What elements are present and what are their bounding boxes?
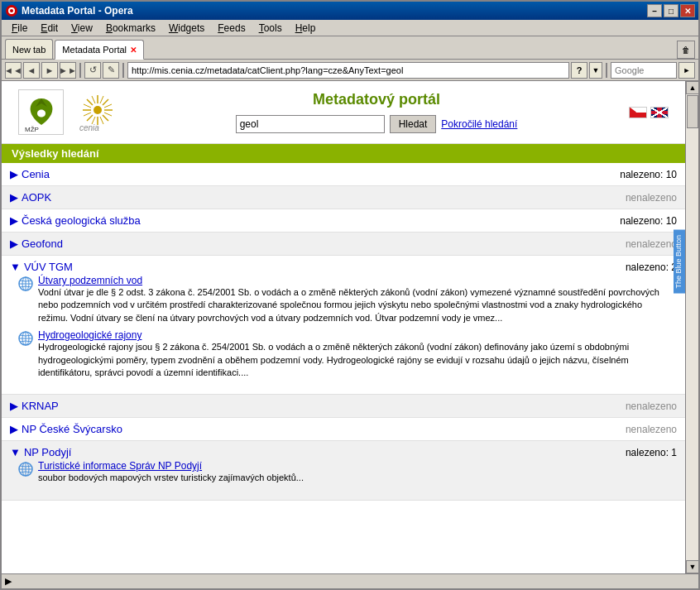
result-krnap-row: ▶ KRNAP nenalezeno — [10, 398, 677, 414]
result-cenia-name: Cenia — [22, 168, 50, 180]
nav-separator-2 — [122, 63, 124, 78]
result-cgs: ▶ Česká geologická služba nalezeno: 10 — [2, 209, 685, 233]
refresh-button[interactable]: ↺ — [84, 62, 101, 79]
scrollbar-thumb[interactable] — [687, 95, 698, 128]
result-npcs-link[interactable]: ▶ NP České Švýcarsko — [10, 423, 122, 435]
result-geofond: ▶ Geofond nenalezeno — [2, 233, 685, 256]
result-geofond-name: Geofond — [22, 237, 63, 250]
result-cgs-status: nalezeno: 10 — [620, 215, 677, 227]
forward-forward-button[interactable]: ►► — [60, 62, 76, 79]
address-bar[interactable] — [127, 62, 569, 79]
result-npp-status: nalezeno: 1 — [626, 447, 677, 458]
edit-button[interactable]: ✎ — [103, 62, 119, 79]
trash-button[interactable]: 🗑 — [677, 41, 695, 59]
result-krnap-name: KRNAP — [22, 400, 59, 412]
result-npp-sub-1-link[interactable]: Turistické informace Správ NP Podyjí — [38, 460, 202, 472]
result-cgs-name: Česká geologická služba — [22, 214, 141, 227]
maximize-button[interactable]: □ — [664, 4, 678, 17]
close-button[interactable]: ✕ — [680, 4, 695, 17]
result-krnap-link[interactable]: ▶ KRNAP — [10, 400, 59, 412]
result-geofond-row: ▶ Geofond nenalezeno — [10, 236, 677, 252]
tab-close-button[interactable]: ✕ — [130, 46, 137, 55]
help-button[interactable]: ? — [571, 62, 587, 79]
svg-text:MŽP: MŽP — [25, 126, 39, 133]
result-cenia-status: nalezeno: 10 — [620, 169, 677, 180]
result-krnap: ▶ KRNAP nenalezeno — [2, 395, 685, 418]
forward-button[interactable]: ► — [41, 62, 58, 79]
result-aopk-row: ▶ AOPK nenalezeno — [10, 189, 677, 205]
result-geofond-link[interactable]: ▶ Geofond — [10, 237, 63, 250]
result-vuv-sub-1-desc: Vodní útvar je dle § 2 odst. 3 zákona č.… — [38, 286, 669, 324]
result-krnap-arrow: ▶ — [10, 400, 18, 412]
result-npp-sub-1: Turistické informace Správ NP Podyjí sou… — [18, 460, 669, 484]
result-npp-expanded: Turistické informace Správ NP Podyjí sou… — [10, 460, 677, 496]
google-search-button[interactable]: ► — [678, 62, 695, 79]
browser-page: MŽP — [2, 81, 685, 573]
nav-dropdown-button[interactable]: ▼ — [589, 62, 602, 79]
menu-tools[interactable]: Tools — [252, 21, 289, 36]
results-header: Výsledky hledání — [2, 144, 685, 163]
result-vuv-sub-2-link[interactable]: Hydrogeologické rajony — [38, 329, 141, 341]
globe-icon-3 — [18, 462, 33, 479]
portal-search-input[interactable] — [236, 115, 385, 133]
result-cgs-link[interactable]: ▶ Česká geologická služba — [10, 214, 141, 227]
flag-czech[interactable] — [629, 107, 647, 118]
result-npcs-row: ▶ NP České Švýcarsko nenalezeno — [10, 421, 677, 437]
flag-uk[interactable] — [650, 107, 669, 118]
cenia-logo: cenia — [70, 89, 124, 135]
result-vuv-sub-1-link[interactable]: Útvary podzemních vod — [38, 275, 142, 286]
nav-separator-1 — [79, 63, 81, 78]
new-tab-label: New tab — [12, 45, 46, 55]
back-button[interactable]: ◄ — [23, 62, 40, 79]
result-cenia-link[interactable]: ▶ Cenia — [10, 168, 50, 180]
menu-file[interactable]: File — [5, 21, 34, 36]
blue-side-button[interactable]: The Blue Button — [674, 230, 685, 294]
svg-point-2 — [10, 9, 13, 12]
portal-search-button[interactable]: Hledat — [390, 115, 437, 133]
scroll-up-button[interactable]: ▲ — [686, 81, 698, 94]
status-bar: ▶ — [2, 573, 698, 588]
result-npcs-status: nenalezeno — [626, 424, 677, 435]
status-icon: ▶ — [5, 576, 12, 587]
back-back-button[interactable]: ◄◄ — [5, 62, 22, 79]
tab-bar: New tab Metadata Portal ✕ 🗑 — [2, 36, 698, 60]
menu-view[interactable]: View — [65, 21, 99, 36]
portal-advanced-search-link[interactable]: Pokročilé hledání — [441, 118, 517, 130]
result-vuv-sub-2: Hydrogeologické rajony Hydrogeologické r… — [18, 329, 669, 379]
result-npp-name: NP Podyjí — [24, 446, 72, 458]
portal-title-area: Metadatový portál Hledat Pokročilé hledá… — [236, 91, 518, 133]
result-cenia-arrow: ▶ — [10, 168, 18, 180]
title-bar: Metadata Portal - Opera – □ ✕ — [2, 2, 698, 20]
scrollbar-track[interactable] — [686, 94, 698, 560]
result-npcs-arrow: ▶ — [10, 423, 18, 435]
result-cgs-arrow: ▶ — [10, 214, 18, 227]
nav-bar: ◄◄ ◄ ► ►► ↺ ✎ ? ▼ ► — [2, 60, 698, 81]
window-title: Metadata Portal - Opera — [22, 5, 647, 17]
menu-feeds[interactable]: Feeds — [211, 21, 252, 36]
result-npp: ▼ NP Podyjí nalezeno: 1 — [2, 441, 685, 500]
result-cenia: ▶ Cenia nalezeno: 10 — [2, 163, 685, 186]
result-geofond-arrow: ▶ — [10, 237, 18, 250]
google-search-input[interactable] — [611, 62, 677, 79]
mzp-logo: MŽP — [18, 89, 64, 135]
result-npp-link[interactable]: ▼ NP Podyjí — [10, 446, 71, 458]
result-aopk-link[interactable]: ▶ AOPK — [10, 191, 51, 204]
tab-new[interactable]: New tab — [5, 39, 53, 59]
menu-bookmarks[interactable]: Bookmarks — [99, 21, 162, 36]
result-vuv-status: nalezeno: 2 — [626, 261, 677, 273]
tab-metadata-portal[interactable]: Metadata Portal ✕ — [55, 40, 144, 60]
menu-edit[interactable]: Edit — [34, 21, 65, 36]
portal-header: MŽP — [2, 81, 685, 144]
menu-widgets[interactable]: Widgets — [162, 21, 211, 36]
scroll-down-button[interactable]: ▼ — [686, 560, 698, 573]
result-vuv: ▼ VÚV TGM nalezeno: 2 — [2, 256, 685, 395]
result-aopk-status: nenalezeno — [626, 192, 677, 204]
blue-side-button-label: The Blue Button — [674, 235, 683, 289]
menu-help[interactable]: Help — [289, 21, 323, 36]
result-vuv-link[interactable]: ▼ VÚV TGM — [10, 261, 73, 273]
result-vuv-sub-1-content: Útvary podzemních vod Vodní útvar je dle… — [38, 275, 669, 324]
result-npcs-name: NP České Švýcarsko — [22, 423, 122, 435]
portal-logos: MŽP — [18, 89, 124, 135]
minimize-button[interactable]: – — [647, 4, 662, 17]
scrollbar[interactable]: ▲ ▼ — [685, 81, 698, 573]
